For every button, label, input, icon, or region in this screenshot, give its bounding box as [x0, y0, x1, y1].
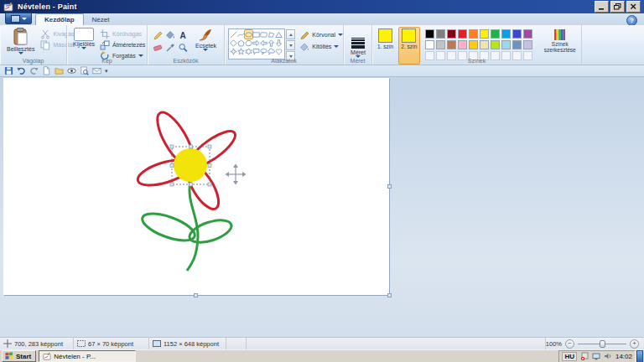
customize-qat-button[interactable]: ▾: [105, 68, 108, 75]
send-email-button[interactable]: [92, 66, 101, 75]
palette-color-swatch[interactable]: [436, 40, 445, 49]
application-menu-button[interactable]: [5, 13, 32, 24]
palette-color-swatch[interactable]: [512, 29, 522, 39]
shapes-scroll-up-button[interactable]: [286, 29, 295, 39]
pentagon-shape[interactable]: [237, 39, 245, 47]
zoom-out-button[interactable]: −: [565, 339, 574, 349]
minimize-button[interactable]: [595, 1, 609, 13]
hexagon-shape[interactable]: [245, 39, 252, 47]
clock[interactable]: 14:02: [615, 353, 632, 360]
size-label: Méret: [351, 49, 366, 55]
restore-button[interactable]: [610, 1, 625, 13]
color-picker-tool[interactable]: [164, 42, 176, 54]
callout-cloud-shape[interactable]: [267, 47, 275, 55]
palette-color-swatch[interactable]: [512, 40, 522, 49]
pencil-tool[interactable]: [152, 29, 164, 41]
palette-color-swatch[interactable]: [458, 40, 467, 49]
palette-color-swatch[interactable]: [469, 29, 478, 39]
palette-color-swatch[interactable]: [491, 40, 500, 49]
save-button[interactable]: [4, 66, 13, 75]
close-button[interactable]: [626, 1, 641, 13]
paste-label: Beillesztés: [7, 46, 34, 52]
diamond-shape[interactable]: [230, 39, 237, 47]
canvas-resize-handle-right[interactable]: [387, 184, 392, 189]
open-button[interactable]: [55, 66, 64, 75]
palette-color-swatch[interactable]: [425, 29, 434, 39]
new-document-button[interactable]: [42, 66, 51, 75]
tab-view[interactable]: Nézet: [84, 14, 118, 25]
callout-oval-shape[interactable]: [260, 47, 267, 55]
preview-button[interactable]: [67, 66, 76, 75]
triangle-shape[interactable]: [275, 30, 283, 39]
network-icon[interactable]: [592, 352, 600, 360]
paint-window: Névtelen - Paint Kezdőlap Nézet ? Beille…: [0, 0, 644, 362]
start-button[interactable]: Start: [2, 350, 36, 362]
palette-color-swatch[interactable]: [501, 29, 511, 39]
arrow-left-shape[interactable]: [260, 39, 267, 47]
redo-button[interactable]: [29, 66, 39, 75]
arrow-up-shape[interactable]: [267, 39, 275, 47]
shapes-scroll-down-button[interactable]: [286, 40, 295, 50]
palette-color-swatch[interactable]: [491, 29, 500, 39]
select-label: Kijelölés: [73, 41, 95, 47]
undo-button[interactable]: [17, 66, 26, 75]
size-button[interactable]: Méret: [344, 34, 372, 59]
rectangle-shape[interactable]: [252, 30, 260, 39]
group-label-colors: Színek: [372, 58, 581, 64]
drawing-canvas[interactable]: [3, 78, 389, 295]
heart-shape[interactable]: [275, 47, 283, 55]
magnifier-tool[interactable]: [177, 42, 189, 54]
taskbar: Start Névtelen - P... HU 14:02: [0, 349, 644, 362]
volume-icon[interactable]: [604, 352, 612, 360]
zoom-slider[interactable]: [578, 340, 626, 348]
fill-button[interactable]: Kitöltés: [299, 42, 343, 51]
eraser-icon: [153, 43, 163, 53]
palette-color-swatch[interactable]: [523, 40, 532, 49]
taskbar-window-button[interactable]: Névtelen - P...: [39, 350, 136, 362]
fill-tool[interactable]: [164, 29, 176, 41]
palette-color-swatch[interactable]: [425, 40, 434, 49]
pencil-icon: [153, 30, 163, 40]
palette-color-swatch[interactable]: [480, 40, 489, 49]
palette-color-swatch[interactable]: [480, 29, 489, 39]
palette-color-swatch[interactable]: [469, 40, 478, 49]
star-6-shape[interactable]: [245, 47, 252, 55]
text-tool-icon: A: [179, 31, 185, 40]
text-tool[interactable]: A: [177, 29, 189, 41]
palette-color-swatch[interactable]: [501, 40, 511, 49]
arrow-down-shape[interactable]: [275, 39, 283, 47]
rounded-rectangle-shape[interactable]: [260, 30, 267, 39]
tab-home[interactable]: Kezdőlap: [35, 13, 84, 25]
palette-color-swatch[interactable]: [447, 40, 456, 49]
polygon-shape[interactable]: [267, 30, 275, 39]
print-preview-button[interactable]: [80, 66, 89, 75]
language-indicator[interactable]: HU: [562, 352, 577, 361]
outline-button[interactable]: Körvonal: [299, 30, 343, 39]
magnifier-icon: [178, 43, 188, 53]
color2-swatch: [402, 28, 416, 43]
group-label-shapes: Alakzatok: [225, 58, 343, 64]
new-page-icon: [42, 66, 51, 75]
crop-button[interactable]: Körülvágás: [100, 29, 145, 39]
palette-color-swatch[interactable]: [436, 29, 445, 39]
show-desktop-button[interactable]: [636, 350, 643, 362]
canvas-resize-handle-corner[interactable]: [387, 293, 392, 297]
star-4-shape[interactable]: [230, 47, 237, 55]
action-center-icon[interactable]: [580, 352, 589, 360]
resize-button[interactable]: Átméretezés: [100, 40, 145, 49]
canvas-resize-handle-bottom[interactable]: [194, 293, 198, 297]
star-5-shape[interactable]: [237, 47, 245, 55]
outline-label: Körvonal: [312, 32, 335, 38]
palette-color-swatch[interactable]: [447, 29, 456, 39]
callout-rectangle-shape[interactable]: [252, 47, 260, 55]
eraser-tool[interactable]: [152, 42, 164, 54]
arrow-right-shape[interactable]: [252, 39, 260, 47]
palette-color-swatch[interactable]: [523, 29, 532, 39]
zoom-in-button[interactable]: +: [630, 339, 639, 349]
zoom-slider-thumb[interactable]: [600, 340, 605, 348]
move-cursor-icon: [226, 164, 247, 185]
palette-color-swatch[interactable]: [458, 29, 467, 39]
canvas-size-icon: [153, 339, 161, 348]
line-shape[interactable]: [230, 30, 237, 39]
crop-icon: [100, 29, 110, 39]
